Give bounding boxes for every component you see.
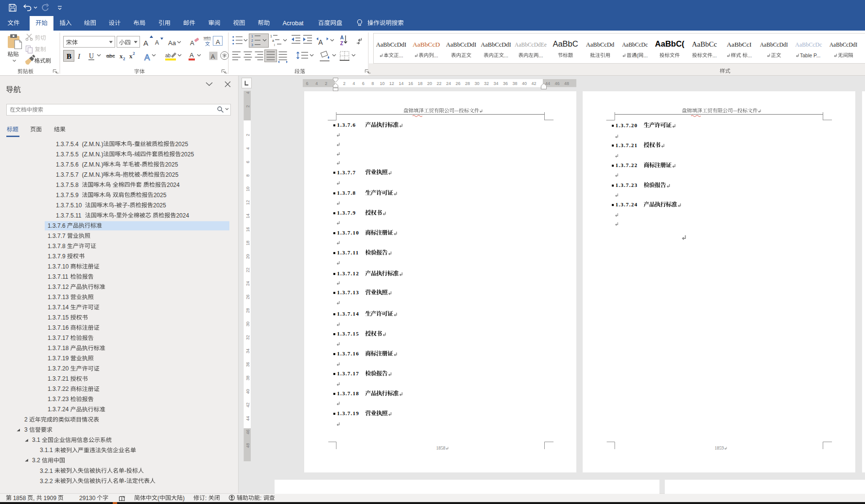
svg-text:A: A: [190, 39, 194, 47]
svg-text:40: 40: [522, 81, 527, 86]
svg-text:-: -: [140, 161, 142, 168]
svg-text:1.3.7.6: 1.3.7.6: [337, 122, 356, 128]
svg-text:2: 2: [245, 134, 250, 136]
svg-text:12: 12: [389, 81, 394, 86]
svg-text:-: -: [121, 171, 122, 178]
svg-text:1: 1: [251, 34, 253, 38]
svg-text:x: x: [120, 52, 123, 60]
svg-text:AaBbCcDc: AaBbCcDc: [795, 41, 822, 48]
svg-text:Table P...: Table P...: [800, 52, 820, 58]
svg-text:3.1: 3.1: [32, 437, 42, 443]
svg-text:34: 34: [493, 81, 498, 86]
svg-text:1: 1: [270, 34, 272, 38]
svg-text:46: 46: [554, 81, 559, 86]
svg-text:14: 14: [245, 214, 250, 218]
svg-text:AaBbCcDdI: AaBbCcDdI: [760, 42, 788, 48]
svg-text:x: x: [129, 52, 133, 60]
svg-text:1.3.7.5.11: 1.3.7.5.11: [56, 212, 85, 219]
svg-text:1.3.7.13: 1.3.7.13: [337, 289, 360, 295]
svg-text:1.3.7.5.9: 1.3.7.5.9: [56, 192, 82, 199]
svg-text:Aa: Aa: [168, 39, 176, 47]
svg-text:3.2.2: 3.2.2: [40, 478, 54, 485]
svg-text:1.3.7.23: 1.3.7.23: [48, 396, 70, 403]
svg-text:(: (: [637, 52, 639, 58]
svg-text:AaBbCcD: AaBbCcD: [413, 41, 440, 48]
svg-text:-: -: [132, 141, 134, 148]
svg-text:10: 10: [245, 186, 250, 191]
svg-text:1.3.7.7: 1.3.7.7: [337, 169, 356, 175]
svg-text:1.3.7.15: 1.3.7.15: [48, 314, 70, 321]
svg-text:1.3.7.11: 1.3.7.11: [48, 273, 70, 280]
svg-text:AaBbCcDc: AaBbCcDc: [622, 42, 648, 48]
svg-text:1.3.7.20: 1.3.7.20: [48, 365, 70, 372]
svg-text:...: ...: [504, 52, 508, 58]
svg-text:1.3.7.22: 1.3.7.22: [48, 386, 70, 392]
svg-text:AaBbCcDdI: AaBbCcDdI: [481, 41, 511, 48]
svg-text:-: -: [124, 468, 126, 474]
svg-text:1.3.7.12: 1.3.7.12: [48, 284, 70, 290]
svg-text:1.3.7.18: 1.3.7.18: [48, 345, 70, 352]
svg-text:30: 30: [474, 81, 479, 86]
svg-text:(Z.M.N.): (Z.M.N.): [82, 141, 103, 148]
svg-text:4: 4: [245, 147, 250, 150]
svg-text::: :: [205, 495, 208, 502]
svg-text:A: A: [216, 38, 220, 46]
svg-text:8: 8: [245, 174, 250, 177]
svg-text:2025: 2025: [165, 161, 178, 168]
svg-text:40: 40: [245, 389, 250, 394]
svg-text:abc: abc: [106, 53, 115, 59]
svg-text:24: 24: [446, 81, 451, 86]
svg-text:4: 4: [245, 91, 250, 94]
svg-text:36: 36: [503, 81, 508, 86]
svg-text:2024: 2024: [176, 212, 189, 219]
svg-text:(: (: [157, 495, 159, 502]
svg-text:AaBbCcDdI: AaBbCcDdI: [376, 41, 407, 48]
svg-text:3.2: 3.2: [32, 457, 42, 464]
svg-text:3.1.1: 3.1.1: [40, 447, 54, 454]
svg-text:2025: 2025: [154, 192, 167, 199]
svg-text:30: 30: [245, 321, 250, 326]
svg-text:2025: 2025: [165, 171, 178, 178]
svg-text:A: A: [155, 39, 159, 46]
svg-text:16: 16: [245, 227, 250, 232]
svg-text:20: 20: [245, 254, 250, 259]
svg-text:1.3.7.11: 1.3.7.11: [337, 250, 359, 255]
svg-text:26: 26: [245, 295, 250, 300]
svg-text:1.3.7.5.7: 1.3.7.5.7: [56, 171, 82, 178]
svg-text:-: -: [114, 202, 116, 209]
svg-text:AaBbCcDdI: AaBbCcDdI: [446, 41, 477, 48]
svg-text:34: 34: [245, 349, 250, 353]
svg-text:1.3.7.5.6: 1.3.7.5.6: [56, 161, 82, 168]
svg-text:ab: ab: [165, 53, 171, 58]
svg-text:1.3.7.14: 1.3.7.14: [48, 304, 70, 311]
svg-text:AaBbCcDdI: AaBbCcDdI: [830, 42, 858, 48]
svg-text:38: 38: [245, 375, 250, 380]
svg-text:1.3.7.8: 1.3.7.8: [48, 243, 67, 250]
svg-text:1.3.7.16: 1.3.7.16: [48, 324, 70, 331]
svg-text:2025: 2025: [153, 202, 166, 209]
svg-text:8: 8: [371, 81, 374, 86]
svg-text:A: A: [143, 39, 148, 47]
svg-text:-: -: [124, 478, 126, 485]
svg-text:1859: 1859: [715, 446, 724, 451]
svg-text:1.3.7.10: 1.3.7.10: [48, 263, 70, 270]
svg-text:...: ...: [712, 52, 717, 58]
svg-text:2: 2: [251, 39, 253, 42]
svg-text:26: 26: [455, 81, 460, 86]
svg-text:36: 36: [245, 362, 250, 367]
svg-text:29130: 29130: [79, 495, 96, 502]
svg-text:U: U: [89, 52, 94, 60]
svg-text:22: 22: [245, 268, 250, 272]
svg-text:1.3.7.19: 1.3.7.19: [337, 410, 360, 416]
svg-text:38: 38: [512, 81, 517, 86]
svg-text:32: 32: [245, 335, 250, 340]
svg-text:A: A: [318, 38, 323, 46]
svg-text:1.3.7.12: 1.3.7.12: [337, 270, 360, 276]
svg-text:1.3.7.19: 1.3.7.19: [48, 355, 70, 362]
svg-text:24: 24: [245, 281, 250, 286]
svg-text:4: 4: [315, 81, 318, 86]
svg-text:,: ,: [33, 495, 36, 502]
svg-text:1.3.7.7: 1.3.7.7: [48, 233, 67, 239]
svg-text:...: ...: [747, 52, 752, 58]
svg-text:Z: Z: [340, 41, 343, 46]
